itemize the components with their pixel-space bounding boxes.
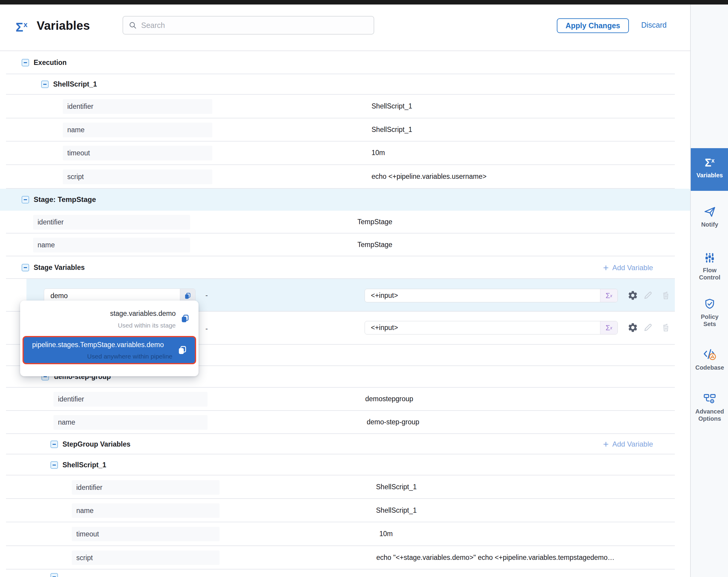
add-variable-button[interactable]: + Add Variable	[603, 440, 653, 449]
edit-pencil-icon[interactable]	[643, 290, 653, 301]
table-row-kv: script echo "<+stage.variables.demo>" ec…	[0, 546, 690, 570]
delete-trash-icon[interactable]	[660, 290, 671, 301]
stage-title: Stage: TempStage	[34, 195, 96, 204]
copy-icon[interactable]	[178, 345, 188, 356]
variable-description: -	[205, 291, 208, 299]
variable-description: -	[205, 324, 208, 333]
table-row-clipped	[0, 570, 690, 577]
sidebar-item-advanced-options[interactable]: Advanced Options	[691, 392, 728, 422]
table-row-step: ShellScript_1	[0, 454, 690, 475]
collapse-icon[interactable]	[50, 461, 58, 469]
sidebar-item-label: Flow	[691, 267, 728, 274]
value-text: ShellScript_1	[371, 102, 412, 110]
popover-option-pipeline-scope-selected[interactable]: pipeline.stages.TempStage.variables.demo…	[23, 336, 196, 364]
variable-reference-text: pipeline.stages.TempStage.variables.demo	[32, 341, 164, 349]
variables-sigma-icon: Σx	[16, 20, 28, 34]
table-row-kv: name ShellScript_1	[0, 499, 690, 522]
table-row-stage-variables: Stage Variables + Add Variable	[0, 256, 690, 279]
key-label: timeout	[63, 146, 212, 160]
key-label: script	[63, 170, 212, 184]
collapse-icon[interactable]	[22, 59, 29, 67]
expression-type-icon[interactable]: Σx	[600, 289, 618, 302]
page-title: Variables	[37, 19, 90, 32]
settings-gear-icon[interactable]	[627, 290, 638, 301]
apply-changes-button[interactable]: Apply Changes	[557, 18, 629, 33]
variable-value-field[interactable]: <+input> Σx	[365, 289, 618, 302]
key-label: name	[72, 503, 219, 518]
collapse-icon[interactable]	[41, 80, 49, 88]
key-label: timeout	[72, 527, 219, 541]
copy-icon	[184, 292, 191, 300]
sidebar-item-policy-sets[interactable]: Policy Sets	[691, 298, 728, 328]
variable-scope-text: Used within its stage	[28, 322, 176, 329]
discard-button[interactable]: Discard	[641, 21, 667, 29]
collapse-icon[interactable]	[50, 573, 58, 577]
collapse-icon[interactable]	[22, 264, 29, 271]
settings-gear-icon[interactable]	[627, 322, 638, 333]
add-variable-label: Add Variable	[613, 440, 653, 448]
variable-value-text: <+input>	[365, 321, 600, 334]
sidebar-item-label: Variables	[691, 172, 728, 179]
codebase-code-warning-icon	[691, 347, 728, 361]
sidebar-item-label: Notify	[691, 221, 728, 228]
sidebar-item-variables[interactable]: Σx Variables	[691, 148, 728, 191]
sidebar-item-label: Policy	[691, 313, 728, 320]
popover-option-stage-scope[interactable]: stage.variables.demo Used within its sta…	[28, 309, 190, 329]
flow-control-sliders-icon	[691, 252, 728, 264]
sidebar-item-codebase[interactable]: Codebase	[691, 347, 728, 371]
value-text: demo-step-group	[367, 418, 419, 426]
search-icon	[129, 21, 137, 29]
table-row-kv: name ShellScript_1	[0, 118, 690, 142]
table-row-kv: name TempStage	[0, 233, 690, 256]
collapse-icon[interactable]	[50, 441, 58, 448]
variable-value-field[interactable]: <+input> Σx	[365, 321, 618, 334]
key-label: name	[33, 238, 190, 252]
search-input[interactable]	[141, 21, 352, 30]
value-text: TempStage	[357, 241, 392, 249]
group-label: Stage Variables	[34, 264, 85, 272]
edit-pencil-icon[interactable]	[643, 322, 653, 333]
variable-reference-text: stage.variables.demo	[110, 309, 176, 318]
main-area: Σx Variables Apply Changes Discard Execu…	[0, 4, 690, 577]
window-top-bar	[0, 0, 728, 4]
key-label: name	[53, 415, 208, 430]
key-label: script	[72, 551, 219, 565]
table-row-kv: identifier demostepgroup	[0, 388, 690, 411]
value-text: 10m	[379, 530, 393, 538]
key-label: name	[63, 123, 212, 137]
value-text: demostepgroup	[365, 395, 413, 403]
policy-sets-shield-check-icon	[691, 298, 728, 311]
sidebar-item-label: Sets	[691, 320, 728, 328]
value-text: 10m	[371, 149, 385, 157]
group-label: ShellScript_1	[53, 80, 97, 89]
sidebar-item-notify[interactable]: Notify	[691, 205, 728, 228]
variables-sigma-icon: Σx	[691, 156, 728, 169]
table-row-kv: timeout 10m	[0, 522, 690, 546]
key-label: identifier	[72, 480, 219, 495]
value-text: ShellScript_1	[371, 126, 412, 134]
plus-icon: +	[603, 440, 609, 449]
value-text: echo "<+stage.variables.demo>" echo <+pi…	[376, 554, 615, 562]
table-row-kv: identifier ShellScript_1	[0, 475, 690, 499]
copy-icon[interactable]	[181, 314, 190, 325]
sidebar-item-label: Codebase	[691, 364, 728, 371]
table-row-kv: identifier ShellScript_1	[0, 95, 690, 118]
value-text: echo <+pipeline.variables.username>	[371, 173, 487, 181]
search-box[interactable]	[123, 16, 374, 34]
table-row-kv: timeout 10m	[0, 142, 690, 165]
add-variable-label: Add Variable	[613, 264, 653, 272]
table-row-stage-header: Stage: TempStage	[0, 189, 690, 211]
key-label: identifier	[63, 99, 212, 114]
delete-trash-icon[interactable]	[660, 322, 671, 333]
notify-paper-plane-icon	[691, 205, 728, 219]
variable-value-text: <+input>	[365, 289, 600, 302]
table-row-stepgroup-variables: StepGroup Variables + Add Variable	[0, 434, 690, 454]
group-label: StepGroup Variables	[62, 440, 130, 448]
variable-reference-popover: stage.variables.demo Used within its sta…	[20, 301, 199, 376]
collapse-icon[interactable]	[22, 196, 29, 203]
expression-type-icon[interactable]: Σx	[600, 321, 618, 334]
add-variable-button[interactable]: + Add Variable	[603, 263, 653, 273]
sidebar-item-flow-control[interactable]: Flow Control	[691, 252, 728, 281]
advanced-options-flowchart-gear-icon	[691, 392, 728, 405]
value-text: ShellScript_1	[376, 506, 417, 515]
